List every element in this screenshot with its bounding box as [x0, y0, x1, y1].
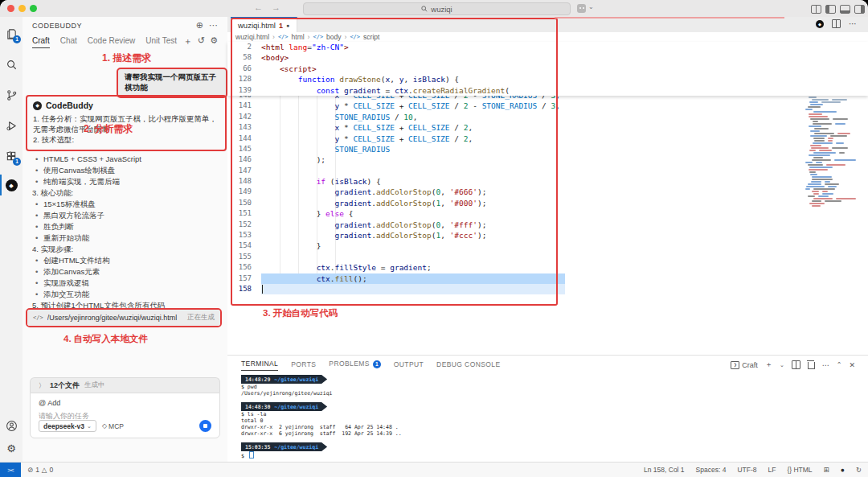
task-input-card[interactable]: @ Add 请输入你的任务 deepseek-v3 ⌄ ◇ MCP [30, 393, 220, 438]
explorer-icon[interactable]: 1 [0, 23, 23, 44]
close-panel-icon[interactable]: ✕ [849, 361, 855, 369]
toggle-secondary-sidebar-icon[interactable] [854, 5, 865, 14]
remote-indicator[interactable]: >< [0, 463, 21, 477]
toggle-panel-icon[interactable] [840, 5, 850, 14]
panel-tab-ports[interactable]: PORTS [291, 360, 316, 371]
status-item[interactable]: UTF-8 [737, 466, 756, 474]
editor-tab-wuziqi[interactable]: wuziqi.html 1 ● [231, 17, 297, 32]
code-line-155[interactable]: 155 [227, 252, 868, 262]
terminal-content[interactable]: 14:48:29~/gitee/wuziqi$ pwd/Users/yejinr… [241, 375, 852, 461]
mcp-button[interactable]: ◇ MCP [102, 422, 124, 430]
files-collapse-bar[interactable]: 〉 12个文件 生成中 [30, 377, 220, 393]
breadcrumb-item[interactable]: body [326, 33, 341, 41]
settings-gear-icon[interactable]: ⚙ [0, 438, 23, 458]
kill-terminal-icon[interactable] [808, 362, 815, 369]
close-window-button[interactable] [7, 5, 14, 12]
code-line-2[interactable]: 2<html lang="zh-CN"> [227, 42, 868, 52]
more-actions-icon[interactable]: ⋯ [209, 20, 218, 31]
stop-generation-button[interactable] [199, 420, 211, 432]
status-sync-icon[interactable]: ↻ [856, 466, 862, 474]
extensions-icon[interactable]: 1 [0, 146, 23, 167]
terminal-dropdown-icon[interactable]: ⌄ [780, 362, 784, 368]
panel-tab-terminal[interactable]: TERMINAL [241, 360, 278, 371]
minimap-line [812, 159, 831, 161]
status-codebuddy-icon[interactable]: ● [841, 466, 845, 474]
status-item[interactable]: Spaces: 4 [696, 466, 727, 474]
status-item[interactable]: LF [768, 466, 776, 474]
generated-file-chip[interactable]: </> /Users/yejinrong/gitee/wuziqi/wuziqi… [27, 310, 220, 326]
panel-more-icon[interactable]: ⋯ [822, 361, 829, 369]
new-terminal-icon[interactable]: ＋ [765, 360, 772, 370]
code-line-139[interactable]: 139 const gradient = ctx.createRadialGra… [227, 85, 868, 96]
terminal-profile[interactable]: ❯ Craft [731, 361, 758, 369]
code-line-143[interactable]: 143 x * CELL_SIZE + CELL_SIZE / 2, [227, 122, 868, 133]
status-grid-icon[interactable]: ⊞ [824, 466, 829, 474]
sidebar-tab-code-review[interactable]: Code Review [88, 36, 135, 48]
code-line-149[interactable]: 149 gradient.addColorStop(0, '#666'); [227, 187, 868, 197]
forward-icon[interactable]: → [272, 2, 280, 12]
code-line-58[interactable]: 58<body> [227, 52, 868, 63]
split-terminal-icon[interactable] [792, 360, 800, 369]
code-line-142[interactable]: 142 STONE_RADIUS / 10, [227, 112, 868, 122]
code-viewport[interactable]: 140 x * CELL_SIZE + CELL_SIZE / 2 - STON… [227, 96, 868, 295]
search-sidebar-icon[interactable] [0, 54, 23, 75]
minimize-window-button[interactable] [18, 5, 26, 12]
code-line-141[interactable]: 141 y * CELL_SIZE + CELL_SIZE / 2 - STON… [227, 101, 868, 111]
minimap-line [834, 159, 856, 161]
code-line-157[interactable]: 157 ctx.fill(); [227, 273, 868, 284]
line-number: 148 [227, 176, 261, 187]
code-line-156[interactable]: 156 ctx.fillStyle = gradient; [227, 262, 868, 273]
add-context-button[interactable]: @ Add [39, 399, 211, 407]
codebuddy-editor-icon[interactable]: ◆ [816, 20, 824, 28]
code-line-153[interactable]: 153 gradient.addColorStop(1, '#ccc'); [227, 230, 868, 241]
code-line-146[interactable]: 146 ); [227, 154, 868, 165]
command-center-search[interactable]: wuziqi [303, 2, 571, 15]
customize-layout-icon[interactable] [811, 5, 821, 14]
panel-settings-icon[interactable]: ⚙ [210, 35, 218, 46]
codebuddy-activity-icon[interactable]: ◆ [0, 175, 23, 195]
sidebar-tab-unit-test[interactable]: Unit Test [145, 36, 177, 48]
panel-tab-output[interactable]: OUTPUT [394, 360, 424, 371]
status-item[interactable]: Ln 158, Col 1 [644, 466, 685, 474]
maximize-panel-icon[interactable]: ⌃ [837, 361, 842, 368]
code-line-144[interactable]: 144 y * CELL_SIZE + CELL_SIZE / 2, [227, 134, 868, 144]
editor-more-actions-icon[interactable]: ⋯ [849, 19, 857, 28]
zoom-window-button[interactable] [30, 5, 37, 12]
source-control-icon[interactable] [0, 84, 23, 105]
code-line-150[interactable]: 150 gradient.addColorStop(1, '#000'); [227, 198, 868, 208]
history-icon[interactable]: ↺ [198, 35, 205, 46]
chevron-down-icon[interactable]: ⌄ [588, 3, 594, 10]
sidebar-tab-chat[interactable]: Chat [60, 36, 77, 48]
panel-tab-debug-console[interactable]: DEBUG CONSOLE [436, 360, 500, 371]
code-line-147[interactable]: 147 [227, 166, 868, 176]
code-line-128[interactable]: 128 function drawStone(x, y, isBlack) { [227, 74, 868, 84]
code-line-148[interactable]: 148 if (isBlack) { [227, 176, 868, 187]
code-line-158[interactable]: 158 [227, 284, 868, 294]
model-select[interactable]: deepseek-v3 ⌄ [39, 420, 96, 432]
code-line-154[interactable]: 154 } [227, 241, 868, 251]
code-line-152[interactable]: 152 gradient.addColorStop(0, '#fff'); [227, 220, 868, 230]
split-editor-icon[interactable] [832, 19, 841, 28]
target-icon[interactable]: ⊕ [196, 20, 203, 31]
back-icon[interactable]: ← [254, 2, 263, 12]
toggle-sidebar-icon[interactable] [825, 5, 836, 14]
breadcrumb-item[interactable]: script [363, 33, 379, 41]
minimap-line [812, 191, 819, 192]
new-session-icon[interactable]: ＋ [183, 35, 192, 47]
run-debug-icon[interactable] [0, 115, 23, 136]
breadcrumb[interactable]: wuziqi.html›</>html›</>body›</>script [227, 32, 868, 42]
account-icon[interactable] [0, 415, 23, 436]
status-item[interactable]: {} HTML [787, 466, 812, 474]
code-line-145[interactable]: 145 STONE_RADIUS [227, 144, 868, 154]
problems-status[interactable]: ⊘1 △0 [27, 463, 53, 477]
breadcrumb-item[interactable]: html [292, 33, 305, 41]
panel-tab-problems[interactable]: PROBLEMS1 [329, 360, 380, 371]
code-line-151[interactable]: 151 } else { [227, 208, 868, 219]
minimap-line [809, 203, 825, 204]
unsaved-dot-icon[interactable]: ● [286, 23, 289, 28]
breadcrumb-item[interactable]: wuziqi.html [235, 33, 269, 41]
assistant-icon[interactable] [577, 4, 586, 13]
list-item: 3. 核心功能: [32, 187, 219, 199]
code-line-66[interactable]: 66 <script> [227, 64, 868, 74]
sidebar-tab-craft[interactable]: Craft [32, 36, 50, 48]
